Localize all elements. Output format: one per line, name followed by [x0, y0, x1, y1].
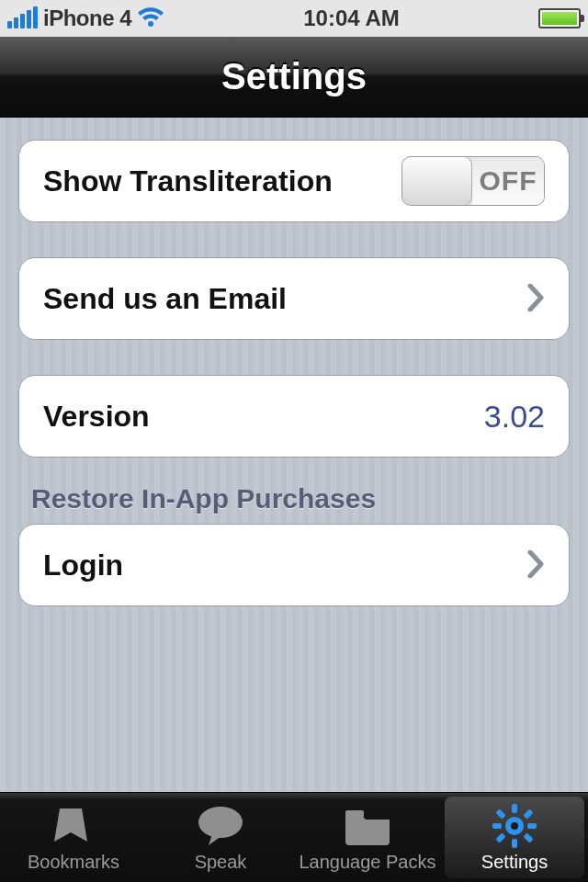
row-show-transliteration: Show Transliteration OFF [18, 140, 570, 222]
signal-bars-icon [7, 8, 38, 28]
svg-rect-3 [512, 804, 517, 813]
svg-rect-8 [523, 832, 533, 842]
svg-point-11 [511, 822, 518, 830]
status-left: iPhone 4 [7, 6, 164, 31]
tab-speak[interactable]: Speak [147, 793, 294, 882]
svg-rect-5 [492, 823, 502, 829]
carrier-label: iPhone 4 [43, 6, 131, 31]
tab-label: Language Packs [299, 852, 435, 873]
tab-language-packs[interactable]: Language Packs [294, 793, 441, 882]
chevron-right-icon [519, 545, 545, 586]
page-title: Settings [221, 56, 367, 97]
transliteration-toggle[interactable]: OFF [401, 156, 545, 206]
tab-label: Speak [195, 852, 247, 873]
row-version: Version 3.02 [18, 375, 570, 458]
row-label: Show Transliteration [43, 164, 333, 198]
status-time: 10:04 AM [303, 6, 399, 31]
svg-rect-4 [512, 839, 517, 848]
folder-icon [342, 802, 393, 850]
row-send-email[interactable]: Send us an Email [18, 257, 570, 340]
svg-rect-7 [495, 808, 505, 819]
svg-rect-9 [523, 808, 533, 819]
row-label: Send us an Email [43, 282, 287, 316]
version-value: 3.02 [484, 399, 545, 435]
row-login[interactable]: Login [18, 524, 570, 606]
settings-content: Show Transliteration OFF Send us an Emai… [0, 118, 588, 792]
status-bar: iPhone 4 10:04 AM [0, 0, 588, 37]
navbar: Settings [0, 37, 588, 118]
svg-rect-10 [495, 832, 505, 842]
tab-bar: Bookmarks Speak Language Packs [0, 792, 588, 882]
bookmark-icon [48, 802, 99, 850]
row-label: Login [43, 548, 123, 582]
gear-icon [489, 802, 540, 850]
speech-bubble-icon [195, 802, 246, 850]
section-header-restore: Restore In-App Purchases [18, 458, 570, 524]
svg-rect-6 [527, 823, 537, 829]
svg-point-0 [198, 807, 243, 838]
svg-rect-1 [345, 810, 364, 818]
chevron-right-icon [519, 278, 545, 320]
tab-label: Bookmarks [28, 852, 119, 873]
tab-settings[interactable]: Settings [441, 793, 588, 882]
battery-icon [538, 8, 581, 28]
tab-label: Settings [481, 852, 548, 873]
wifi-icon [137, 7, 164, 29]
tab-bookmarks[interactable]: Bookmarks [0, 793, 147, 882]
toggle-state-label: OFF [472, 157, 544, 205]
toggle-knob [402, 157, 472, 205]
row-label: Version [43, 400, 150, 434]
